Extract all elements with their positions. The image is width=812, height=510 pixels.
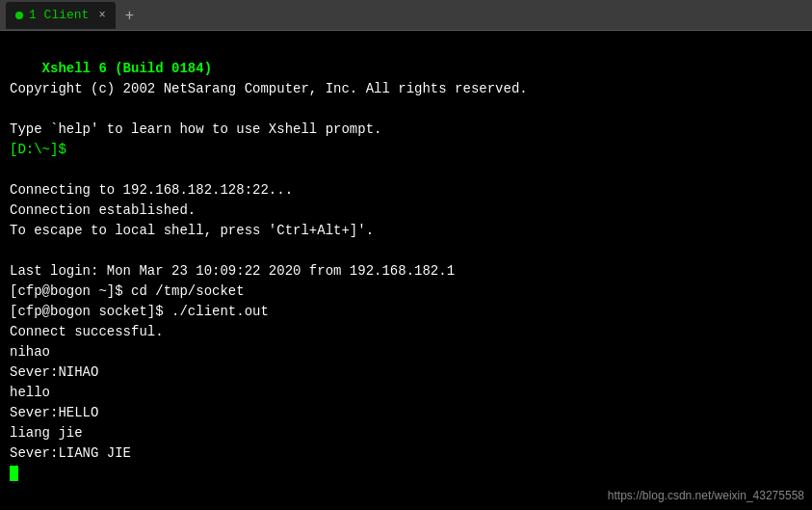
new-tab-button[interactable]: + [118,5,142,26]
terminal-line-nihao: nihao [10,344,50,360]
terminal-area[interactable]: Xshell 6 (Build 0184) Copyright (c) 2002… [0,31,812,510]
terminal-line-title: Xshell 6 (Build 0184) [42,61,212,76]
cursor-blink [10,466,18,481]
terminal-line-connecting: Connecting to 192.168.182.128:22... [10,182,293,198]
terminal-line-liang-jie: liang jie [10,425,83,441]
terminal-prompt-1: [D:\~]$ [10,142,66,157]
terminal-line-connect-ok: Connect successful. [10,324,164,339]
terminal-line-established: Connection established. [10,202,196,218]
tab-1-client[interactable]: 1 Client × [6,2,116,29]
terminal-line-escape: To escape to local shell, press 'Ctrl+Al… [10,223,374,238]
terminal-line-sever-liang-jie: Sever:LIANG JIE [10,445,131,461]
terminal-line-run: [cfp@bogon socket]$ ./client.out [10,304,269,319]
watermark: https://blog.csdn.net/weixin_43275558 [608,489,804,502]
terminal-line-lastlogin: Last login: Mon Mar 23 10:09:22 2020 fro… [10,263,455,279]
terminal-line-help: Type `help' to learn how to use Xshell p… [10,121,381,137]
terminal-line-cd: [cfp@bogon ~]$ cd /tmp/socket [10,283,245,299]
tab-dot-icon [15,12,23,19]
titlebar: 1 Client × + [0,0,812,31]
tab-label: 1 Client [29,8,89,22]
terminal-line-hello: hello [10,385,50,400]
tab-close-button[interactable]: × [98,9,105,22]
terminal-line-sever-nihao: Sever:NIHAO [10,364,98,380]
terminal-output: Xshell 6 (Build 0184) Copyright (c) 2002… [10,39,802,504]
terminal-line-sever-hello: Sever:HELLO [10,405,98,420]
terminal-line-copyright: Copyright (c) 2002 NetSarang Computer, I… [10,81,528,96]
